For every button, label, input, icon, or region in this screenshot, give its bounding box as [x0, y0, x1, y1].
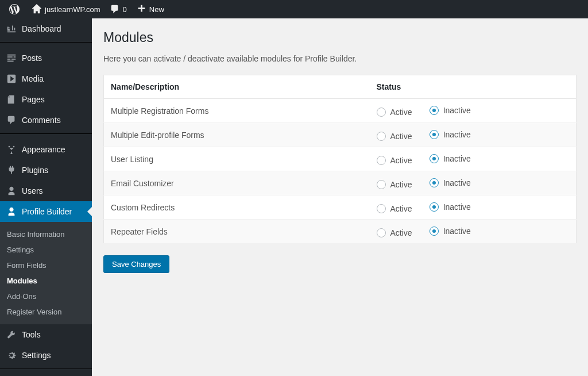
comments-link[interactable]: 0 [105, 0, 131, 18]
submenu-modules[interactable]: Modules [0, 273, 92, 289]
radio-inactive[interactable]: Inactive [430, 178, 471, 187]
radio-button-icon [430, 130, 439, 139]
radio-label: Inactive [443, 130, 471, 139]
radio-label: Inactive [443, 178, 471, 187]
admin-toolbar: justlearnWP.com 0 New [0, 0, 588, 18]
comments-icon [6, 114, 17, 126]
radio-inactive[interactable]: Inactive [430, 227, 471, 236]
settings-icon [6, 350, 17, 361]
separator [0, 369, 92, 371]
sidebar-label: Tools [22, 330, 41, 339]
module-name: Multiple Edit-profile Forms [104, 123, 370, 147]
radio-button-icon [377, 108, 386, 117]
sidebar-label: Dashboard [22, 24, 61, 33]
radio-label: Active [390, 204, 412, 213]
submenu-settings[interactable]: Settings [0, 242, 92, 258]
sidebar-label: Posts [22, 53, 42, 63]
sidebar-item-posts[interactable]: Posts [0, 48, 92, 68]
site-name-link[interactable]: justlearnWP.com [27, 0, 105, 18]
column-header-name: Name/Description [104, 75, 370, 99]
new-content-link[interactable]: New [131, 0, 169, 18]
module-name: User Listing [104, 147, 370, 171]
pages-icon [6, 94, 17, 105]
radio-button-icon [377, 156, 386, 165]
wp-logo-menu[interactable] [5, 0, 27, 18]
separator [0, 42, 92, 45]
module-status: ActiveInactive [370, 99, 577, 123]
radio-label: Active [390, 156, 412, 165]
submenu-register-version[interactable]: Register Version [0, 304, 92, 320]
radio-active[interactable]: Active [377, 228, 412, 237]
save-button[interactable]: Save Changes [103, 255, 169, 273]
page-title: Modules [103, 30, 577, 45]
radio-label: Inactive [443, 154, 471, 163]
radio-label: Inactive [443, 227, 471, 236]
sidebar-item-appearance[interactable]: Appearance [0, 139, 92, 160]
module-name: Custom Redirects [104, 195, 370, 220]
site-name-text: justlearnWP.com [45, 5, 100, 14]
radio-label: Active [390, 108, 412, 117]
radio-button-icon [377, 132, 386, 141]
sidebar-label: Profile Builder [22, 207, 72, 216]
module-status: ActiveInactive [370, 220, 577, 244]
users-icon [6, 185, 17, 197]
radio-inactive[interactable]: Inactive [430, 154, 471, 163]
appearance-icon [6, 144, 17, 155]
table-row: Repeater FieldsActiveInactive [104, 220, 577, 244]
comments-count: 0 [123, 5, 127, 14]
radio-inactive[interactable]: Inactive [430, 202, 471, 212]
home-icon [32, 4, 42, 14]
new-label: New [149, 5, 164, 14]
radio-active[interactable]: Active [377, 204, 412, 213]
module-name: Repeater Fields [104, 220, 370, 244]
radio-active[interactable]: Active [377, 132, 412, 141]
module-status: ActiveInactive [370, 171, 577, 195]
sidebar-label: Appearance [22, 145, 65, 154]
sidebar-label: Users [22, 186, 43, 195]
sidebar-item-comments[interactable]: Comments [0, 110, 92, 131]
sidebar-item-settings[interactable]: Settings [0, 345, 92, 366]
submenu-profile-builder: Basic Information Settings Form Fields M… [0, 222, 92, 324]
modules-table: Name/Description Status Multiple Registr… [103, 75, 577, 244]
sidebar-label: Plugins [22, 166, 48, 175]
sidebar-item-dashboard[interactable]: Dashboard [0, 18, 92, 39]
radio-active[interactable]: Active [377, 180, 412, 189]
table-row: Email CustomizerActiveInactive [104, 171, 577, 195]
radio-label: Inactive [443, 202, 471, 212]
sidebar-label: Pages [22, 95, 45, 104]
submenu-form-fields[interactable]: Form Fields [0, 258, 92, 273]
module-status: ActiveInactive [370, 195, 577, 220]
module-name: Multiple Registration Forms [104, 99, 370, 123]
radio-button-icon [430, 227, 439, 236]
radio-inactive[interactable]: Inactive [430, 130, 471, 139]
sidebar-item-tools[interactable]: Tools [0, 324, 92, 345]
page-description: Here you can activate / deactivate avail… [103, 54, 577, 63]
comment-icon [110, 4, 120, 14]
plus-icon [136, 4, 146, 14]
admin-sidebar: Dashboard Posts Media Pages Comments [0, 18, 92, 376]
radio-inactive[interactable]: Inactive [430, 106, 471, 115]
radio-active[interactable]: Active [377, 156, 412, 165]
sidebar-item-users[interactable]: Users [0, 181, 92, 201]
module-status: ActiveInactive [370, 147, 577, 171]
radio-button-icon [430, 106, 439, 115]
sidebar-item-media[interactable]: Media [0, 68, 92, 89]
submenu-basic-information[interactable]: Basic Information [0, 227, 92, 242]
radio-label: Active [390, 132, 412, 141]
dashboard-icon [6, 23, 17, 34]
sidebar-label: Settings [22, 351, 51, 360]
module-status: ActiveInactive [370, 123, 577, 147]
sidebar-item-pages[interactable]: Pages [0, 89, 92, 110]
radio-active[interactable]: Active [377, 108, 412, 117]
radio-button-icon [430, 154, 439, 163]
tools-icon [6, 329, 17, 340]
sidebar-item-profile-builder[interactable]: Profile Builder [0, 201, 92, 222]
sidebar-item-plugins[interactable]: Plugins [0, 160, 92, 181]
radio-label: Inactive [443, 106, 471, 115]
radio-button-icon [377, 228, 386, 237]
sidebar-label: Comments [22, 116, 61, 125]
submenu-add-ons[interactable]: Add-Ons [0, 289, 92, 304]
radio-button-icon [430, 178, 439, 187]
table-row: Multiple Registration FormsActiveInactiv… [104, 99, 577, 123]
profile-builder-icon [6, 206, 17, 217]
